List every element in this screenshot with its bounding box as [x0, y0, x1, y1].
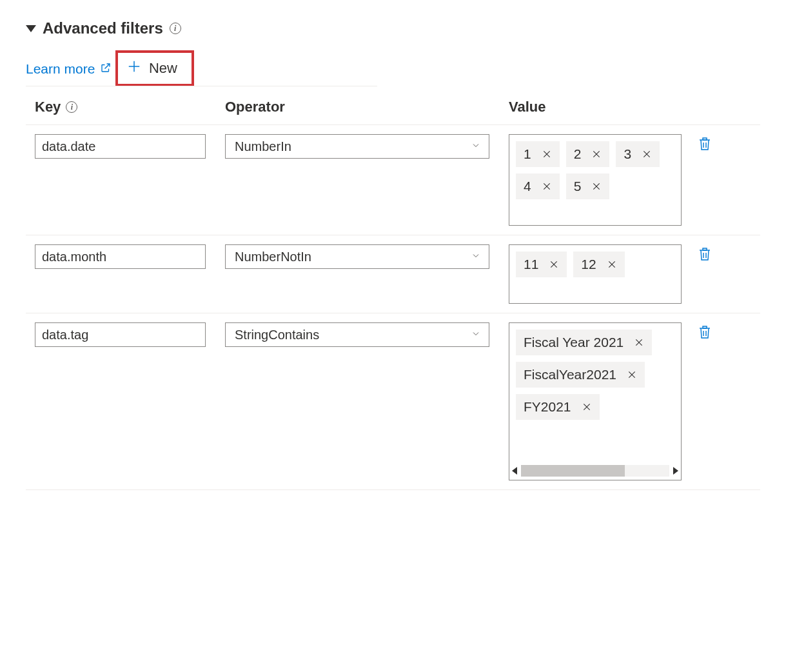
- value-chip: 12: [573, 252, 624, 277]
- value-chip: 1: [516, 141, 560, 167]
- operator-value: NumberIn: [235, 139, 291, 154]
- filter-row: NumberIn 1 2 3 4 5: [26, 125, 760, 235]
- chip-label: 5: [574, 179, 582, 194]
- value-chip: FY2021: [516, 394, 600, 420]
- delete-row-button[interactable]: [697, 246, 712, 262]
- remove-chip-icon[interactable]: [627, 370, 637, 380]
- divider: [26, 86, 377, 86]
- section-header[interactable]: Advanced filters i: [26, 19, 760, 37]
- chevron-down-icon: [471, 328, 481, 342]
- remove-chip-icon[interactable]: [634, 337, 644, 348]
- value-chip: 2: [566, 141, 610, 167]
- chip-label: 2: [574, 146, 582, 162]
- chip-label: 12: [581, 257, 596, 272]
- remove-chip-icon[interactable]: [607, 259, 617, 270]
- column-value: Value: [509, 99, 760, 115]
- remove-chip-icon[interactable]: [542, 181, 552, 192]
- delete-row-button[interactable]: [697, 324, 712, 341]
- chip-label: 1: [524, 146, 531, 162]
- column-operator: Operator: [225, 99, 509, 115]
- value-box[interactable]: Fiscal Year 2021 FiscalYear2021 FY2021: [509, 322, 682, 480]
- operator-value: StringContains: [235, 328, 319, 342]
- chip-label: FY2021: [524, 399, 571, 415]
- filter-row: NumberNotIn 11 12: [26, 235, 760, 313]
- operator-select[interactable]: StringContains: [225, 322, 489, 347]
- key-input[interactable]: [35, 322, 206, 347]
- key-input[interactable]: [35, 244, 206, 269]
- plus-icon: [127, 59, 141, 77]
- chip-label: 4: [524, 179, 531, 194]
- external-link-icon: [100, 61, 112, 77]
- chip-label: Fiscal Year 2021: [524, 335, 624, 350]
- horizontal-scrollbar[interactable]: [512, 464, 678, 477]
- value-chip: 5: [566, 173, 610, 199]
- info-icon[interactable]: i: [170, 23, 181, 34]
- filter-row: StringContains Fiscal Year 2021 FiscalYe…: [26, 313, 760, 490]
- value-chip: Fiscal Year 2021: [516, 330, 652, 355]
- scroll-right-icon[interactable]: [673, 467, 678, 475]
- chevron-down-icon: [471, 250, 481, 264]
- remove-chip-icon[interactable]: [591, 149, 602, 159]
- remove-chip-icon[interactable]: [582, 402, 592, 412]
- info-icon[interactable]: i: [66, 101, 77, 113]
- column-operator-label: Operator: [225, 99, 285, 115]
- remove-chip-icon[interactable]: [591, 181, 602, 192]
- column-value-label: Value: [509, 99, 545, 115]
- column-headers: Key i Operator Value: [26, 99, 760, 125]
- value-chip: FiscalYear2021: [516, 362, 645, 388]
- learn-more-link[interactable]: Learn more: [26, 61, 112, 77]
- chip-label: 3: [624, 146, 631, 162]
- delete-row-button[interactable]: [697, 135, 712, 152]
- scrollbar-thumb[interactable]: [521, 465, 625, 477]
- scrollbar-track[interactable]: [521, 465, 669, 477]
- value-chip: 4: [516, 173, 560, 199]
- column-key: Key i: [35, 99, 225, 115]
- remove-chip-icon[interactable]: [549, 259, 559, 270]
- value-box[interactable]: 1 2 3 4 5: [509, 134, 682, 226]
- chip-label: 11: [524, 257, 538, 272]
- caret-down-icon: [26, 25, 36, 32]
- remove-chip-icon[interactable]: [542, 149, 552, 159]
- value-chip: 3: [616, 141, 660, 167]
- remove-chip-icon[interactable]: [642, 149, 652, 159]
- operator-select[interactable]: NumberIn: [225, 134, 489, 159]
- key-input[interactable]: [35, 134, 206, 159]
- value-box[interactable]: 11 12: [509, 244, 682, 304]
- chip-label: FiscalYear2021: [524, 367, 616, 382]
- column-key-label: Key: [35, 99, 61, 115]
- value-chip: 11: [516, 252, 567, 277]
- operator-select[interactable]: NumberNotIn: [225, 244, 489, 269]
- section-title: Advanced filters: [43, 19, 163, 37]
- new-button-label: New: [149, 60, 177, 77]
- scroll-left-icon[interactable]: [512, 467, 517, 475]
- new-button[interactable]: New: [115, 50, 194, 86]
- chevron-down-icon: [471, 139, 481, 154]
- operator-value: NumberNotIn: [235, 250, 311, 264]
- learn-more-label: Learn more: [26, 61, 95, 77]
